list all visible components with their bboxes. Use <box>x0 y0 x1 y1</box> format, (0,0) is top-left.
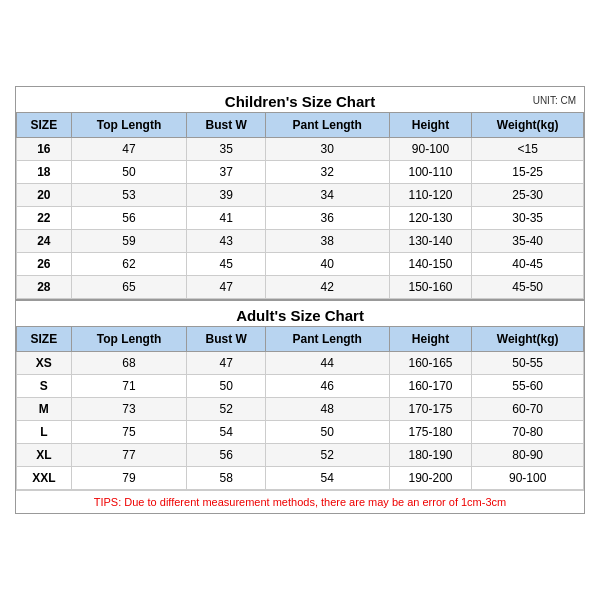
table-row: 1647353090-100<15 <box>17 138 584 161</box>
table-cell: 46 <box>265 375 389 398</box>
table-cell: 190-200 <box>389 467 472 490</box>
table-cell: 77 <box>71 444 187 467</box>
table-row: L755450175-18070-80 <box>17 421 584 444</box>
tips-text: TIPS: Due to different measurement metho… <box>16 490 584 513</box>
table-cell: 30-35 <box>472 207 584 230</box>
table-cell: 73 <box>71 398 187 421</box>
table-cell: 59 <box>71 230 187 253</box>
table-cell: 16 <box>17 138 72 161</box>
table-cell: 48 <box>265 398 389 421</box>
adult-col-bust-w: Bust W <box>187 327 265 352</box>
table-row: 22564136120-13030-35 <box>17 207 584 230</box>
table-cell: 75 <box>71 421 187 444</box>
table-cell: 26 <box>17 253 72 276</box>
table-cell: 52 <box>265 444 389 467</box>
table-cell: 45-50 <box>472 276 584 299</box>
table-cell: 56 <box>71 207 187 230</box>
adult-table: SIZE Top Length Bust W Pant Length Heigh… <box>16 326 584 490</box>
table-cell: 35 <box>187 138 265 161</box>
table-cell: 44 <box>265 352 389 375</box>
table-row: 18503732100-11015-25 <box>17 161 584 184</box>
adult-col-size: SIZE <box>17 327 72 352</box>
adult-title-text: Adult's Size Chart <box>236 307 364 324</box>
table-cell: 140-150 <box>389 253 472 276</box>
table-cell: 68 <box>71 352 187 375</box>
table-cell: 56 <box>187 444 265 467</box>
chart-container: Children's Size Chart UNIT: CM SIZE Top … <box>15 86 585 514</box>
children-tbody: 1647353090-100<1518503732100-11015-25205… <box>17 138 584 299</box>
table-row: XXL795854190-20090-100 <box>17 467 584 490</box>
table-cell: 52 <box>187 398 265 421</box>
table-cell: 53 <box>71 184 187 207</box>
table-cell: 54 <box>265 467 389 490</box>
table-cell: 60-70 <box>472 398 584 421</box>
table-cell: 50-55 <box>472 352 584 375</box>
table-cell: 100-110 <box>389 161 472 184</box>
table-row: XL775652180-19080-90 <box>17 444 584 467</box>
table-cell: M <box>17 398 72 421</box>
table-cell: 90-100 <box>389 138 472 161</box>
table-cell: <15 <box>472 138 584 161</box>
table-cell: 47 <box>71 138 187 161</box>
table-cell: 42 <box>265 276 389 299</box>
table-row: S715046160-17055-60 <box>17 375 584 398</box>
table-cell: 130-140 <box>389 230 472 253</box>
table-cell: 22 <box>17 207 72 230</box>
table-cell: 15-25 <box>472 161 584 184</box>
table-cell: 79 <box>71 467 187 490</box>
adult-header-row: SIZE Top Length Bust W Pant Length Heigh… <box>17 327 584 352</box>
table-row: XS684744160-16550-55 <box>17 352 584 375</box>
table-cell: 24 <box>17 230 72 253</box>
table-row: 28654742150-16045-50 <box>17 276 584 299</box>
unit-label: UNIT: CM <box>533 95 576 106</box>
children-title: Children's Size Chart UNIT: CM <box>16 87 584 112</box>
table-cell: 50 <box>265 421 389 444</box>
table-cell: 120-130 <box>389 207 472 230</box>
table-cell: 18 <box>17 161 72 184</box>
table-cell: 20 <box>17 184 72 207</box>
table-cell: 54 <box>187 421 265 444</box>
table-cell: 38 <box>265 230 389 253</box>
table-cell: 71 <box>71 375 187 398</box>
col-weight: Weight(kg) <box>472 113 584 138</box>
table-cell: 47 <box>187 352 265 375</box>
table-cell: 180-190 <box>389 444 472 467</box>
col-size: SIZE <box>17 113 72 138</box>
table-cell: 55-60 <box>472 375 584 398</box>
children-table: SIZE Top Length Bust W Pant Length Heigh… <box>16 112 584 299</box>
table-cell: 40-45 <box>472 253 584 276</box>
table-cell: 90-100 <box>472 467 584 490</box>
table-cell: 160-165 <box>389 352 472 375</box>
table-row: 26624540140-15040-45 <box>17 253 584 276</box>
table-cell: 45 <box>187 253 265 276</box>
col-height: Height <box>389 113 472 138</box>
table-cell: 41 <box>187 207 265 230</box>
table-cell: 43 <box>187 230 265 253</box>
adult-col-height: Height <box>389 327 472 352</box>
table-cell: 30 <box>265 138 389 161</box>
adult-col-top-length: Top Length <box>71 327 187 352</box>
table-cell: 170-175 <box>389 398 472 421</box>
table-cell: L <box>17 421 72 444</box>
table-cell: XXL <box>17 467 72 490</box>
table-cell: 50 <box>71 161 187 184</box>
table-cell: 40 <box>265 253 389 276</box>
table-cell: 25-30 <box>472 184 584 207</box>
table-cell: 80-90 <box>472 444 584 467</box>
table-cell: 62 <box>71 253 187 276</box>
adult-col-weight: Weight(kg) <box>472 327 584 352</box>
table-cell: 70-80 <box>472 421 584 444</box>
table-cell: 36 <box>265 207 389 230</box>
table-cell: 37 <box>187 161 265 184</box>
table-cell: 47 <box>187 276 265 299</box>
table-cell: 160-170 <box>389 375 472 398</box>
adult-tbody: XS684744160-16550-55S715046160-17055-60M… <box>17 352 584 490</box>
table-cell: 175-180 <box>389 421 472 444</box>
table-cell: 32 <box>265 161 389 184</box>
table-cell: 150-160 <box>389 276 472 299</box>
adult-title: Adult's Size Chart <box>16 299 584 326</box>
col-pant-length: Pant Length <box>265 113 389 138</box>
table-cell: 39 <box>187 184 265 207</box>
table-row: 24594338130-14035-40 <box>17 230 584 253</box>
table-cell: 110-120 <box>389 184 472 207</box>
